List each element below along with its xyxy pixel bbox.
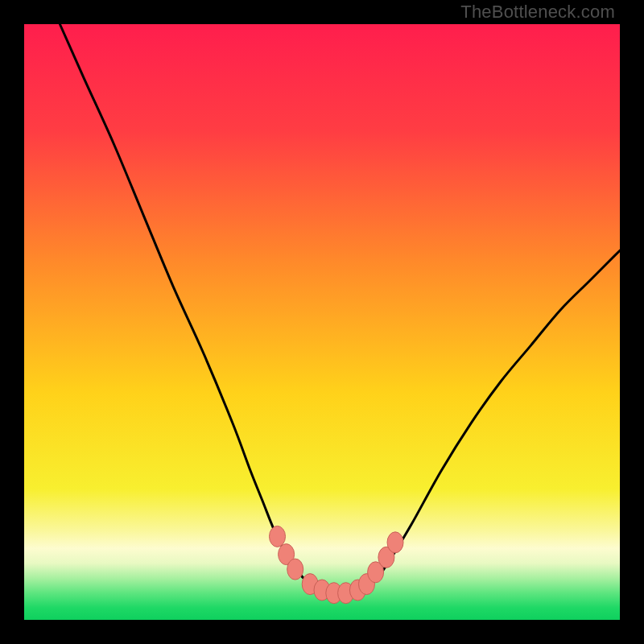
chart-svg (24, 24, 620, 620)
marker-point (270, 526, 286, 547)
chart-frame: TheBottleneck.com (0, 0, 644, 644)
watermark-text: TheBottleneck.com (460, 2, 615, 23)
marker-point (387, 532, 403, 553)
highlight-markers (270, 526, 404, 603)
bottleneck-curve (60, 24, 620, 593)
plot-area (24, 24, 620, 620)
marker-point (287, 559, 303, 580)
